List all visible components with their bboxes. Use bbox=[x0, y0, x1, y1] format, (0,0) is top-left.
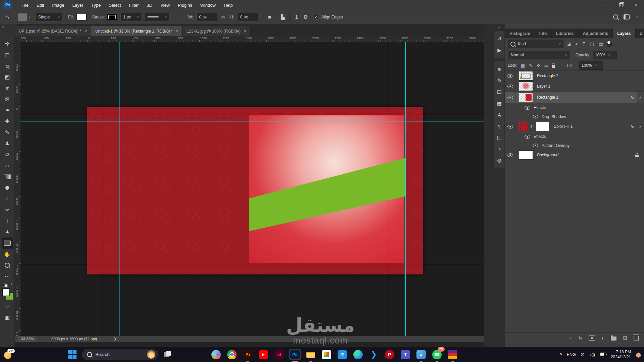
type-tool[interactable]: T bbox=[2, 215, 13, 226]
status-chevron-icon[interactable]: ❯ bbox=[113, 337, 116, 341]
layer-thumbnail[interactable] bbox=[519, 150, 533, 160]
gear-icon[interactable]: ⚙ bbox=[303, 14, 308, 20]
language-indicator[interactable]: ENG bbox=[567, 352, 576, 357]
mail[interactable]: ✉ bbox=[337, 349, 348, 360]
history-panel[interactable]: ↺ bbox=[495, 33, 504, 45]
lock-transparency-icon[interactable]: ▦ bbox=[521, 63, 525, 68]
brush-tool[interactable]: ✎ bbox=[2, 127, 13, 138]
menu-item[interactable]: Layer bbox=[69, 1, 87, 9]
link-dimensions-icon[interactable]: ∞ bbox=[221, 14, 225, 20]
guide-vertical[interactable] bbox=[103, 42, 103, 336]
guide-horizontal[interactable] bbox=[20, 114, 484, 114]
whatsapp[interactable]: ☎ 25 bbox=[431, 349, 443, 360]
menu-item[interactable]: Select bbox=[105, 1, 124, 9]
volume-icon[interactable]: ◁) bbox=[589, 352, 595, 358]
vertical-ruler[interactable]: 4002000200400600800100012001400160018002… bbox=[15, 42, 21, 336]
blur-tool[interactable] bbox=[2, 182, 13, 193]
weather-widget[interactable]: 70° bbox=[3, 349, 15, 360]
tool-preset-thumbnail[interactable] bbox=[18, 13, 27, 21]
history-brush-tool[interactable]: ↺ bbox=[2, 149, 13, 160]
quick-selection-tool[interactable]: ◩ bbox=[2, 71, 13, 83]
close-icon[interactable]: × bbox=[244, 29, 246, 34]
teams[interactable]: T bbox=[400, 349, 411, 360]
height-field[interactable]: 0 px bbox=[238, 13, 258, 21]
width-field[interactable]: 0 px bbox=[196, 13, 217, 21]
opacity-field[interactable]: 100% ˅ bbox=[593, 51, 617, 59]
edit-toolbar[interactable]: ⋯ bbox=[2, 271, 13, 282]
collapse-effects-icon[interactable]: ∧ bbox=[637, 121, 644, 132]
foreground-color-swatch[interactable] bbox=[2, 289, 10, 296]
tray-expand-icon[interactable]: ^ bbox=[559, 352, 562, 357]
clock[interactable]: 7:18 PM 2024/12/21 bbox=[611, 350, 631, 360]
quick-mask-button[interactable]: ◌ bbox=[2, 301, 13, 312]
file-explorer[interactable] bbox=[305, 349, 316, 360]
collapse-effects-icon[interactable]: ∧ bbox=[637, 92, 644, 103]
layer-style-icon[interactable]: fx bbox=[579, 335, 582, 341]
menu-item[interactable]: View bbox=[157, 1, 173, 9]
layer-thumbnail[interactable] bbox=[519, 82, 533, 91]
copilot[interactable] bbox=[210, 349, 222, 360]
visibility-eye-icon[interactable] bbox=[507, 85, 513, 88]
horizontal-ruler[interactable]: 6004002000200400600800100012001400160018… bbox=[20, 36, 484, 42]
swap-colors-icon[interactable]: ⇄ bbox=[9, 282, 12, 286]
ruler-corner[interactable] bbox=[15, 36, 21, 42]
visibility-eye-icon[interactable] bbox=[507, 125, 513, 128]
fill-swatch[interactable] bbox=[77, 14, 87, 20]
filter-type-layers-icon[interactable]: T bbox=[583, 41, 586, 47]
layer-row-rectangle-2[interactable]: Rectangle 2 bbox=[505, 71, 644, 81]
adjustment-layer-icon[interactable]: ◐ bbox=[601, 335, 604, 341]
effects-row[interactable]: Effects bbox=[505, 103, 644, 112]
properties-panel[interactable]: ≡ bbox=[495, 63, 504, 75]
youtube[interactable]: ▶ bbox=[258, 349, 269, 360]
panel-menu-icon[interactable]: ≡ bbox=[636, 29, 644, 38]
menu-item[interactable]: File bbox=[18, 1, 32, 9]
dodge-tool[interactable]: ♀ bbox=[2, 193, 13, 204]
zoom-level-field[interactable]: 33.33% bbox=[18, 336, 37, 342]
filter-pixel-layers-icon[interactable]: ◪ bbox=[566, 41, 571, 47]
frame-tool[interactable]: ⊠ bbox=[2, 94, 13, 105]
layer-row-layer-1[interactable]: Layer 1 bbox=[505, 81, 644, 92]
delete-layer-icon[interactable] bbox=[634, 335, 639, 341]
collapse-panels-icon[interactable]: « bbox=[498, 25, 500, 29]
vscode[interactable]: ❯ bbox=[368, 349, 380, 360]
visibility-eye-icon[interactable] bbox=[525, 106, 530, 110]
notification-bell-icon[interactable] bbox=[636, 353, 641, 357]
chevron-down-icon[interactable]: ˅ bbox=[29, 15, 30, 19]
panel-tab[interactable]: Adjustments bbox=[579, 29, 613, 38]
blend-mode-select[interactable]: Normal ˅ bbox=[508, 51, 570, 59]
actions-panel[interactable]: ▶ bbox=[495, 45, 504, 56]
toolbar-expand-icon[interactable]: » bbox=[2, 25, 4, 30]
taskbar-search[interactable]: Search bbox=[82, 349, 158, 360]
filter-toggle[interactable] bbox=[607, 40, 612, 48]
network-icon[interactable]: ⊘ bbox=[581, 352, 585, 358]
default-colors-icon[interactable]: ⇄ bbox=[2, 282, 13, 287]
chrome[interactable] bbox=[226, 349, 238, 360]
task-view-button[interactable] bbox=[163, 350, 172, 359]
menu-item[interactable]: Edit bbox=[33, 1, 47, 9]
stroke-type-select[interactable]: ˅ bbox=[145, 13, 169, 21]
rotate-view-panel[interactable]: ◔ bbox=[495, 143, 504, 155]
pinterest[interactable]: P bbox=[384, 349, 395, 360]
close-button[interactable]: ✕ bbox=[629, 0, 644, 10]
chevron-down-icon[interactable]: ˅ bbox=[636, 15, 638, 19]
gradients-panel[interactable]: ▤ bbox=[495, 86, 504, 98]
fill-layer-thumbnail[interactable] bbox=[519, 122, 528, 131]
lock-move-icon[interactable]: ✛ bbox=[537, 63, 540, 68]
rectangle-tool[interactable] bbox=[2, 238, 13, 249]
path-arrangement-icon[interactable]: ↥ bbox=[294, 14, 299, 20]
character-panel[interactable]: A bbox=[495, 109, 504, 120]
paragraph-panel[interactable]: ¶ bbox=[495, 120, 504, 132]
visibility-eye-icon[interactable] bbox=[507, 96, 513, 99]
start-button[interactable] bbox=[68, 350, 77, 359]
mask-link-icon[interactable]: ∞ bbox=[529, 125, 534, 128]
photoshop[interactable]: Ps bbox=[289, 349, 301, 360]
visibility-eye-icon[interactable] bbox=[507, 153, 513, 157]
visibility-eye-icon[interactable] bbox=[533, 144, 538, 147]
crop-tool[interactable]: # bbox=[2, 83, 13, 94]
layer-mask-thumbnail[interactable] bbox=[535, 122, 549, 131]
panel-tab[interactable]: Libraries bbox=[552, 29, 579, 38]
3d-panel[interactable]: ◳ bbox=[495, 132, 504, 143]
guide-horizontal[interactable] bbox=[20, 265, 484, 265]
minimize-button[interactable]: — bbox=[598, 0, 613, 10]
new-layer-icon[interactable]: ⊞ bbox=[623, 335, 627, 341]
